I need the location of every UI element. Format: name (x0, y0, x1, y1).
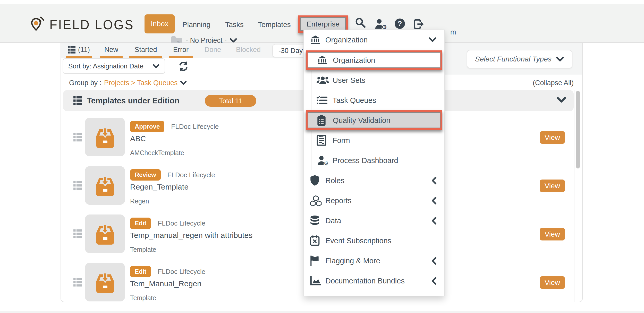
collapse-all-link[interactable]: (Collapse All) (515, 77, 574, 89)
lifecycle-label: FLDoc Lifecycle (158, 219, 205, 227)
inbox-download-icon (93, 270, 117, 294)
view-button[interactable]: View (540, 131, 565, 144)
refresh-icon[interactable] (178, 61, 189, 72)
search-icon[interactable] (355, 17, 366, 28)
drag-handle-icon[interactable] (73, 133, 82, 141)
status-badge: Review (130, 169, 161, 181)
bank-icon (310, 35, 321, 45)
group-by-label: Group by : (69, 79, 101, 87)
documentation-bundles-chart-icon (310, 276, 321, 286)
list-icon (73, 96, 82, 105)
chevron-down-icon (428, 37, 437, 43)
chevron-down-icon[interactable] (556, 97, 566, 103)
chevron-down-icon (180, 81, 187, 85)
template-tile[interactable] (85, 118, 125, 156)
inbox-download-icon (93, 173, 117, 198)
reports-cubes-icon (310, 195, 322, 206)
menu-item-quality-validation[interactable]: Quality Validation (306, 110, 442, 130)
menu-item-user-sets[interactable]: User Sets (304, 70, 445, 90)
chevron-left-icon (431, 257, 437, 265)
bank-icon (317, 55, 328, 65)
user-settings-icon[interactable]: ⚙ (374, 19, 388, 29)
menu-item-organization-section[interactable]: Organization (304, 30, 445, 50)
form-icon (317, 135, 326, 146)
roles-shield-icon (310, 175, 320, 186)
menu-item-flagging-more[interactable]: Flagging & More (304, 251, 445, 271)
template-title: ABC (130, 134, 146, 143)
lifecycle-label: FLDoc Lifecycle (171, 123, 219, 131)
data-database-icon (310, 215, 320, 226)
menu-item-event-subscriptions[interactable]: Event Subscriptions (304, 231, 445, 251)
menu-item-roles[interactable]: Roles (304, 171, 445, 191)
nav-item-inbox[interactable]: Inbox (145, 14, 175, 33)
menu-item-documentation-bundles[interactable]: Documentation Bundles (304, 271, 445, 291)
bottom-strip (0, 311, 644, 313)
menu-item-reports[interactable]: Reports (304, 191, 445, 211)
tab-blocked[interactable]: Blocked (233, 44, 264, 56)
enterprise-dropdown-menu: Organization Organization User Sets Task… (303, 30, 445, 296)
template-tile[interactable] (85, 166, 125, 205)
group-by-control[interactable]: Group by : Projects > Task Queues (69, 77, 187, 89)
event-subscriptions-calendar-icon (310, 235, 320, 246)
tab-error[interactable]: Error (169, 44, 193, 56)
menu-item-data[interactable]: Data (304, 211, 445, 231)
inbox-download-icon (93, 125, 117, 149)
logout-icon[interactable] (413, 19, 425, 29)
active-tab-underline (129, 56, 162, 58)
lifecycle-label: FLDoc Lifecycle (167, 171, 215, 179)
chevron-left-icon (431, 196, 437, 205)
chevron-down-icon (556, 57, 564, 62)
template-title: Temp_manual_regen with attributes (130, 231, 252, 240)
functional-types-select[interactable]: Select Functional Types (467, 50, 572, 68)
inbox-download-icon (93, 221, 117, 246)
nav-item-tasks[interactable]: Tasks (222, 20, 247, 30)
tab-done[interactable]: Done (202, 44, 223, 56)
template-subtitle: Template (130, 294, 156, 302)
chevron-down-icon (153, 64, 159, 68)
template-subtitle: Regen (130, 198, 149, 205)
user-sets-icon (317, 76, 329, 85)
scrollbar-thumb[interactable] (576, 91, 580, 168)
fieldlogs-pin-icon (29, 16, 46, 33)
help-icon[interactable]: ? (395, 19, 405, 29)
status-badge: Edit (130, 218, 151, 229)
view-button[interactable]: View (540, 180, 565, 192)
menu-item-task-queues[interactable]: Task Queues (304, 90, 445, 110)
view-button[interactable]: View (540, 276, 565, 289)
status-badge: Edit (130, 266, 151, 277)
total-count-badge: Total 11 (205, 95, 256, 107)
template-subtitle: AMCheckTemplate (130, 149, 184, 157)
view-button[interactable]: View (540, 228, 565, 240)
active-tab-underline (66, 56, 92, 58)
tab-new[interactable]: New (100, 44, 123, 56)
fieldlogs-app: FIELD LOGS Inbox Planning Tasks Template… (0, 0, 644, 313)
flagging-flag-icon (310, 255, 320, 266)
enterprise-label: Enterprise (307, 20, 340, 28)
task-queues-icon (317, 96, 327, 105)
svg-text:⚙: ⚙ (324, 160, 329, 166)
nav-item-templates[interactable]: Templates (255, 20, 294, 30)
tab-started[interactable]: Started (129, 44, 162, 56)
quality-validation-icon (317, 115, 326, 126)
tab-all-count[interactable]: (11) (66, 44, 92, 56)
template-title: Tem_Manual_Regen (130, 279, 201, 288)
chevron-down-icon (230, 38, 237, 43)
sort-by-select[interactable]: Sort by: Assignation Date (63, 58, 165, 74)
nav-item-planning[interactable]: Planning (180, 20, 213, 30)
svg-text:⚙: ⚙ (382, 23, 387, 29)
drag-handle-icon[interactable] (73, 181, 82, 190)
template-tile[interactable] (85, 263, 125, 301)
drag-handle-icon[interactable] (73, 229, 82, 238)
active-tab-underline (100, 56, 123, 58)
list-icon (68, 46, 75, 53)
scrollbar-track (574, 90, 574, 302)
menu-item-form[interactable]: Form (304, 130, 445, 150)
menu-item-organization[interactable]: Organization (306, 50, 442, 70)
group-by-value: Projects > Task Queues (104, 79, 177, 87)
template-tile[interactable] (85, 214, 125, 253)
template-subtitle: Template (130, 246, 156, 253)
menu-item-process-dashboard[interactable]: ⚙ Process Dashboard (304, 150, 445, 171)
chevron-left-icon (431, 176, 437, 185)
drag-handle-icon[interactable] (73, 278, 82, 287)
section-title: Templates under Edition (87, 96, 179, 105)
